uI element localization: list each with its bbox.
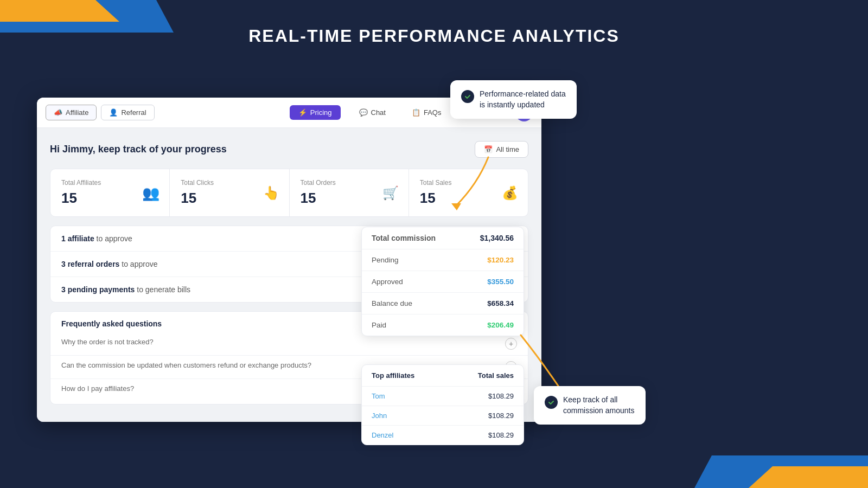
commission-approved-row: Approved $355.50 (362, 271, 524, 293)
stat-total-clicks: Total Clicks 15 👆 (170, 169, 289, 216)
stats-row: Total Affiliates 15 👥 Total Clicks 15 👆 … (50, 169, 528, 217)
nav-pricing-button[interactable]: ⚡ Pricing (290, 105, 341, 120)
commission-paid-row: Paid $206.49 (362, 314, 524, 336)
expand-icon: + (505, 338, 517, 350)
calendar-icon: 📅 (484, 145, 493, 153)
users-icon: 👥 (142, 184, 159, 201)
tooltip-performance-text: Performance-related datais instantly upd… (480, 89, 566, 110)
check-icon (461, 90, 474, 103)
greeting-text: Hi Jimmy, keep track of your progress (50, 144, 227, 155)
tooltip-commission: Keep track of allcommission amounts (534, 386, 646, 425)
greeting-prefix: Hi Jimmy, (50, 144, 98, 155)
stat-total-orders: Total Orders 15 🛒 (290, 169, 409, 216)
megaphone-icon: 📣 (54, 108, 62, 117)
cart-icon: 🛒 (382, 185, 399, 201)
affiliate-row-denzel: Denzel $108.29 (362, 426, 524, 445)
list-item-text: 1 affiliate to approve (61, 234, 132, 243)
nav-left: 📣 Affiliate 👤 Referral (46, 105, 285, 120)
content-header: Hi Jimmy, keep track of your progress 📅 … (50, 141, 528, 158)
list-item-text: 3 pending payments to generate bills (61, 285, 190, 294)
chat-icon: 💬 (359, 108, 368, 117)
affiliates-header: Top affiliates Total sales (362, 365, 524, 387)
person-icon: 👤 (109, 108, 118, 117)
all-time-button[interactable]: 📅 All time (475, 141, 528, 158)
nav-referral-button[interactable]: 👤 Referral (101, 105, 154, 120)
list-item-text: 3 referral orders to approve (61, 260, 157, 268)
nav-affiliate-button[interactable]: 📣 Affiliate (46, 105, 97, 120)
nav-chat-button[interactable]: 💬 Chat (352, 105, 393, 120)
cursor-icon: 👆 (263, 185, 279, 201)
commission-balance-row: Balance due $658.34 (362, 293, 524, 314)
check-icon (545, 396, 558, 409)
faqs-icon: 📋 (412, 108, 420, 117)
pricing-icon: ⚡ (298, 108, 307, 117)
stat-total-sales: Total Sales 15 💰 (409, 169, 528, 216)
nav-faqs-button[interactable]: 📋 FAQs (404, 105, 449, 120)
affiliates-panel: Top affiliates Total sales Tom $108.29 J… (361, 364, 524, 445)
tooltip-commission-text: Keep track of allcommission amounts (563, 395, 635, 416)
tooltip-performance: Performance-related datais instantly upd… (450, 80, 577, 119)
stat-total-affiliates: Total Affiliates 15 👥 (50, 169, 170, 216)
commission-pending-row: Pending $120.23 (362, 249, 524, 271)
affiliate-row-john: John $108.29 (362, 406, 524, 426)
affiliate-row-tom: Tom $108.29 (362, 387, 524, 406)
commission-panel: Total commission $1,340.56 Pending $120.… (361, 227, 524, 336)
coins-icon: 💰 (502, 185, 518, 201)
commission-total-row: Total commission $1,340.56 (362, 227, 524, 249)
